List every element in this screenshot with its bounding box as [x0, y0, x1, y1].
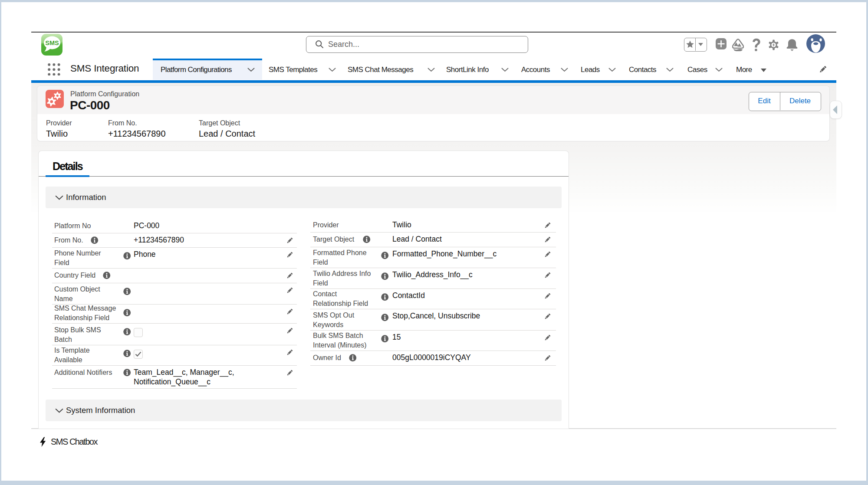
- svg-text:SMS: SMS: [45, 39, 59, 46]
